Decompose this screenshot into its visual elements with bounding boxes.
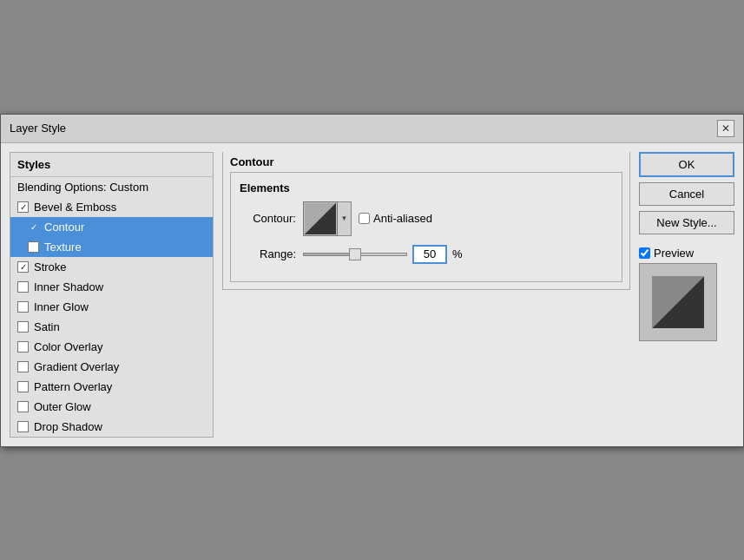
sidebar-item-pattern-overlay[interactable]: Pattern Overlay	[10, 377, 213, 397]
cancel-button[interactable]: Cancel	[639, 182, 734, 206]
sidebar-item-drop-shadow[interactable]: Drop Shadow	[10, 417, 213, 437]
sidebar-item-outer-glow[interactable]: Outer Glow	[10, 397, 213, 417]
preview-svg	[643, 267, 713, 337]
left-panel: Styles Blending Options: Custom Bevel & …	[10, 152, 214, 438]
drop-shadow-label: Drop Shadow	[34, 420, 102, 433]
drop-shadow-checkbox[interactable]	[17, 421, 29, 432]
inner-glow-checkbox[interactable]	[17, 301, 29, 313]
preview-label: Preview	[654, 247, 694, 260]
close-button[interactable]: ✕	[717, 120, 734, 137]
texture-checkbox[interactable]	[28, 241, 39, 253]
gradient-overlay-label: Gradient Overlay	[34, 360, 119, 373]
bevel-emboss-label: Bevel & Emboss	[34, 201, 116, 214]
sidebar-item-stroke[interactable]: Stroke	[10, 257, 213, 277]
contour-preview-svg	[305, 203, 336, 234]
preview-thumbnail	[639, 263, 717, 341]
dialog-body: Styles Blending Options: Custom Bevel & …	[1, 143, 743, 446]
color-overlay-label: Color Overlay	[34, 340, 102, 353]
sidebar-item-inner-glow[interactable]: Inner Glow	[10, 297, 213, 317]
range-label: Range:	[240, 247, 296, 260]
title-bar: Layer Style ✕	[1, 115, 743, 143]
bevel-emboss-checkbox[interactable]	[17, 201, 29, 213]
right-panel: OK Cancel New Style... Preview	[639, 152, 734, 438]
range-row: Range: %	[240, 245, 613, 264]
styles-header: Styles	[10, 153, 213, 177]
satin-label: Satin	[34, 320, 60, 333]
inner-glow-label: Inner Glow	[34, 300, 89, 313]
sidebar-item-contour[interactable]: Contour	[10, 217, 213, 237]
pattern-overlay-label: Pattern Overlay	[34, 380, 112, 393]
sidebar-item-inner-shadow[interactable]: Inner Shadow	[10, 277, 213, 297]
pattern-overlay-checkbox[interactable]	[17, 381, 29, 392]
contour-group: Contour Elements Contour:	[222, 152, 630, 290]
gradient-overlay-checkbox[interactable]	[17, 361, 29, 372]
anti-aliased-label: Anti-aliased	[373, 212, 432, 225]
contour-row: Contour:	[240, 201, 613, 236]
range-slider-thumb[interactable]	[349, 248, 361, 260]
sidebar-item-satin[interactable]: Satin	[10, 317, 213, 337]
contour-field-label: Contour:	[240, 212, 296, 225]
texture-label: Texture	[44, 240, 82, 254]
ok-button[interactable]: OK	[639, 152, 734, 177]
color-overlay-checkbox[interactable]	[17, 341, 29, 352]
layer-style-dialog: Layer Style ✕ Styles Blending Options: C…	[0, 114, 744, 447]
range-slider[interactable]	[303, 253, 407, 256]
contour-checkbox[interactable]	[28, 221, 39, 233]
stroke-label: Stroke	[34, 260, 67, 273]
sidebar-item-bevel-emboss[interactable]: Bevel & Emboss	[10, 197, 213, 217]
elements-title: Elements	[240, 181, 613, 194]
preview-check-row: Preview	[639, 247, 694, 260]
dialog-title: Layer Style	[10, 122, 66, 135]
preview-checkbox[interactable]	[639, 247, 650, 259]
contour-label: Contour	[44, 221, 84, 234]
range-percent-label: %	[452, 247, 463, 260]
satin-checkbox[interactable]	[17, 321, 29, 333]
contour-preview-swatch[interactable]	[303, 201, 338, 236]
anti-aliased-checkbox[interactable]	[359, 213, 370, 224]
range-value-input[interactable]	[412, 245, 447, 264]
range-slider-container: %	[303, 245, 463, 264]
sidebar-item-color-overlay[interactable]: Color Overlay	[10, 337, 213, 357]
sidebar-item-gradient-overlay[interactable]: Gradient Overlay	[10, 357, 213, 377]
outer-glow-label: Outer Glow	[34, 400, 91, 413]
blending-options-label: Blending Options: Custom	[17, 181, 148, 194]
inner-shadow-checkbox[interactable]	[17, 281, 29, 293]
contour-dropdown-button[interactable]: ▼	[338, 201, 352, 236]
contour-group-title: Contour	[223, 152, 629, 172]
elements-group: Elements Contour:	[230, 172, 622, 282]
anti-aliased-row: Anti-aliased	[359, 212, 432, 225]
outer-glow-checkbox[interactable]	[17, 401, 29, 412]
new-style-button[interactable]: New Style...	[639, 211, 734, 234]
inner-shadow-label: Inner Shadow	[34, 280, 103, 293]
sidebar-item-blending-options[interactable]: Blending Options: Custom	[10, 177, 213, 197]
main-panel: Contour Elements Contour:	[222, 152, 630, 438]
sidebar-item-texture[interactable]: Texture	[10, 237, 213, 257]
contour-picker[interactable]: ▼	[303, 201, 352, 236]
stroke-checkbox[interactable]	[17, 261, 29, 273]
preview-section: Preview	[639, 247, 734, 341]
